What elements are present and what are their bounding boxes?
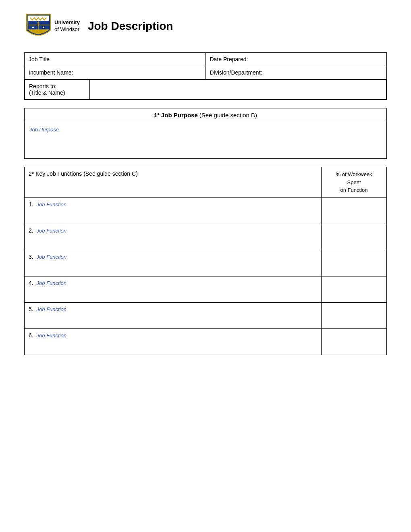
reports-to-sub: (Title & Name): [29, 89, 65, 96]
incumbent-name-cell: Incumbent Name:: [25, 66, 206, 79]
function-6-left: 6. Job Function: [25, 328, 322, 355]
reports-to-label-cell: Reports to: (Title & Name): [25, 80, 90, 100]
function-6-right: [322, 328, 387, 355]
job-purpose-number: 1*: [154, 112, 160, 118]
function-3-placeholder: Job Function: [37, 254, 66, 260]
workweek-line1: % of Workweek: [336, 171, 372, 177]
page-title: Job Description: [88, 20, 173, 33]
university-name-text: University of Windsor: [54, 19, 80, 33]
job-purpose-title: Job Purpose: [161, 112, 198, 118]
job-purpose-section: 1* Job Purpose (See guide section B) Job…: [24, 108, 387, 159]
info-row-jobtitle: Job Title Date Prepared:: [25, 53, 387, 66]
workweek-header-cell: % of Workweek Spent on Function: [322, 167, 387, 198]
function-4-number: 4.: [29, 280, 33, 286]
function-3-right: [322, 250, 387, 276]
functions-title: Key Job Functions: [35, 170, 82, 177]
job-purpose-placeholder: Job Purpose: [29, 127, 59, 133]
reports-inner-table: Reports to: (Title & Name): [25, 79, 386, 100]
function-row-4: 4. Job Function: [25, 276, 387, 302]
functions-header-row: 2* Key Job Functions (See guide section …: [25, 167, 387, 198]
function-1-right: [322, 197, 387, 224]
function-2-left: 2. Job Function: [25, 224, 322, 250]
functions-header-title-cell: 2* Key Job Functions (See guide section …: [25, 167, 322, 198]
info-table: Job Title Date Prepared: Incumbent Name:…: [24, 52, 387, 100]
function-2-placeholder: Job Function: [37, 228, 66, 234]
functions-number: 2*: [29, 170, 34, 177]
incumbent-name-label: Incumbent Name:: [29, 69, 73, 76]
function-5-number: 5.: [29, 306, 33, 312]
function-1-number: 1.: [29, 201, 33, 208]
function-6-placeholder: Job Function: [37, 332, 66, 339]
reports-to-value-cell: [90, 80, 386, 100]
info-row-incumbent: Incumbent Name: Division/Department:: [25, 66, 387, 79]
function-2-right: [322, 224, 387, 250]
reports-to-cell: Reports to: (Title & Name): [25, 79, 387, 100]
function-5-left: 5. Job Function: [25, 302, 322, 328]
date-prepared-label: Date Prepared:: [210, 56, 248, 62]
function-5-right: [322, 302, 387, 328]
function-2-number: 2.: [29, 227, 33, 234]
job-purpose-header: 1* Job Purpose (See guide section B): [25, 108, 386, 122]
function-4-left: 4. Job Function: [25, 276, 322, 302]
svg-point-5: [37, 22, 39, 24]
function-3-number: 3.: [29, 254, 33, 260]
svg-point-3: [32, 27, 34, 28]
workweek-line3: on Function: [340, 187, 368, 193]
division-dept-label: Division/Department:: [210, 69, 262, 76]
function-5-placeholder: Job Function: [37, 306, 66, 312]
job-purpose-content: Job Purpose: [25, 122, 386, 158]
function-row-3: 3. Job Function: [25, 250, 387, 276]
function-1-left: 1. Job Function: [25, 197, 322, 224]
reports-to-label: Reports to:: [29, 83, 56, 89]
svg-point-4: [43, 27, 44, 28]
division-dept-cell: Division/Department:: [206, 66, 387, 79]
function-row-2: 2. Job Function: [25, 224, 387, 250]
function-row-6: 6. Job Function: [25, 328, 387, 355]
function-1-placeholder: Job Function: [37, 202, 66, 208]
function-4-placeholder: Job Function: [37, 280, 66, 286]
key-functions-table: 2* Key Job Functions (See guide section …: [24, 167, 387, 355]
job-title-cell: Job Title: [25, 53, 206, 66]
workweek-line2: Spent: [347, 179, 361, 185]
function-3-left: 3. Job Function: [25, 250, 322, 276]
function-row-5: 5. Job Function: [25, 302, 387, 328]
functions-guide: (See guide section C): [83, 170, 138, 177]
university-logo: University of Windsor: [24, 12, 80, 40]
page-header: University of Windsor Job Description: [24, 12, 387, 40]
job-purpose-guide: (See guide section B): [199, 112, 257, 118]
info-row-reports: Reports to: (Title & Name): [25, 79, 387, 100]
function-6-number: 6.: [29, 332, 33, 339]
function-4-right: [322, 276, 387, 302]
job-title-label: Job Title: [29, 56, 50, 62]
function-row-1: 1. Job Function: [25, 197, 387, 224]
date-prepared-cell: Date Prepared:: [206, 53, 387, 66]
